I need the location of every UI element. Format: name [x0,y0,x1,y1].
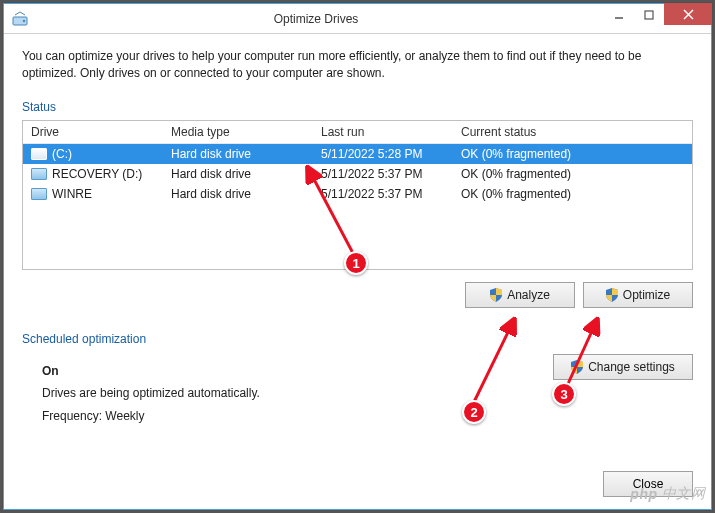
footer: Close [603,471,693,497]
analyze-label: Analyze [507,288,550,302]
shield-icon [606,288,618,302]
close-label: Close [633,477,664,491]
status-label: Status [22,100,693,114]
drive-media: Hard disk drive [171,167,321,181]
scheduled-frequency: Frequency: Weekly [42,405,693,428]
drives-header: Drive Media type Last run Current status [23,121,692,144]
svg-rect-3 [645,11,653,19]
close-window-button[interactable] [664,3,712,25]
svg-line-8 [567,320,597,386]
col-media[interactable]: Media type [171,125,321,139]
drive-status: OK (0% fragmented) [461,167,684,181]
drive-icon [31,168,47,180]
action-buttons: Analyze Optimize [22,282,693,308]
minimize-button[interactable] [604,4,634,26]
col-last-run[interactable]: Last run [321,125,461,139]
window-title: Optimize Drives [28,12,604,26]
optimize-drives-window: Optimize Drives You can optimize your dr… [3,3,712,510]
description-text: You can optimize your drives to help you… [22,48,693,82]
app-icon [12,11,28,27]
titlebar: Optimize Drives [4,4,711,34]
annotation-arrow-1 [300,162,370,262]
drive-status: OK (0% fragmented) [461,187,684,201]
drive-icon [31,148,47,160]
drive-name: WINRE [52,187,92,201]
maximize-button[interactable] [634,4,664,26]
analyze-button[interactable]: Analyze [465,282,575,308]
annotation-badge-2: 2 [462,400,486,424]
drive-row[interactable]: (C:) Hard disk drive 5/11/2022 5:28 PM O… [23,144,692,164]
drive-name: (C:) [52,147,72,161]
optimize-button[interactable]: Optimize [583,282,693,308]
annotation-badge-3: 3 [552,382,576,406]
optimize-label: Optimize [623,288,670,302]
col-current-status[interactable]: Current status [461,125,684,139]
drive-name: RECOVERY (D:) [52,167,142,181]
svg-line-6 [308,168,355,257]
drive-media: Hard disk drive [171,147,321,161]
shield-icon [490,288,502,302]
svg-point-1 [23,19,25,21]
annotation-arrow-2 [464,314,524,409]
window-controls [604,4,711,33]
annotation-badge-1: 1 [344,251,368,275]
drive-last-run: 5/11/2022 5:28 PM [321,147,461,161]
svg-line-7 [474,320,514,402]
col-drive[interactable]: Drive [31,125,171,139]
drive-icon [31,188,47,200]
drive-status: OK (0% fragmented) [461,147,684,161]
close-button[interactable]: Close [603,471,693,497]
drive-media: Hard disk drive [171,187,321,201]
